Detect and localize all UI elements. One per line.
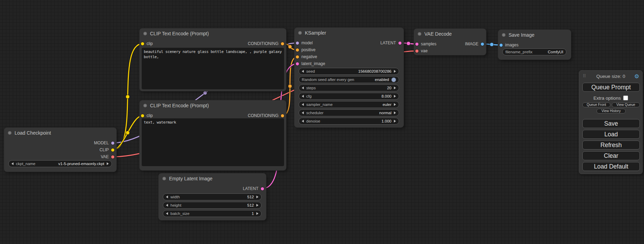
widget-cfg[interactable]: cfg8.000 <box>299 93 399 100</box>
node-title-bar[interactable]: KSampler <box>294 28 404 38</box>
collapse-dot-icon[interactable] <box>502 33 505 37</box>
node-clip-text-encode-positive[interactable]: CLIP Text Encode (Prompt) clipCONDITIONI… <box>140 28 286 91</box>
output-port-image[interactable]: IMAGE <box>465 40 486 47</box>
port-dot-icon[interactable] <box>481 43 484 46</box>
extra-options-checkbox[interactable] <box>623 96 628 100</box>
view-queue-button[interactable]: View Queue <box>612 102 640 107</box>
output-port-conditioning[interactable]: CONDITIONING <box>248 112 286 119</box>
collapse-dot-icon[interactable] <box>8 131 11 135</box>
port-dot-icon[interactable] <box>296 55 299 58</box>
widget-batch-size[interactable]: batch_size1 <box>163 210 262 217</box>
collapse-dot-icon[interactable] <box>143 32 147 35</box>
increment-arrow-icon[interactable] <box>394 111 396 114</box>
samples-link-midpoint-dot[interactable] <box>407 42 411 45</box>
negative-prompt-textarea[interactable]: text, watermark <box>142 118 284 166</box>
increment-arrow-icon[interactable] <box>394 95 396 98</box>
node-load-checkpoint[interactable]: Load Checkpoint MODELCLIPVAEckpt_namev1-… <box>4 128 116 172</box>
port-dot-icon[interactable] <box>415 43 418 46</box>
output-port-conditioning[interactable]: CONDITIONING <box>248 40 286 47</box>
queue-prompt-button[interactable]: Queue Prompt <box>582 83 640 92</box>
port-dot-icon[interactable] <box>296 62 299 65</box>
collapse-dot-icon[interactable] <box>143 104 147 107</box>
input-port-model[interactable]: model <box>294 39 313 46</box>
node-empty-latent-image[interactable]: Empty Latent Image LATENTwidth512height5… <box>159 173 266 220</box>
gear-icon[interactable]: ⚙ <box>634 73 639 80</box>
clip-to-negative-midpoint-dot[interactable] <box>126 131 130 135</box>
refresh-button[interactable]: Refresh <box>582 141 640 150</box>
model-link-midpoint-dot[interactable] <box>203 91 207 95</box>
increment-arrow-icon[interactable] <box>394 120 396 123</box>
collapse-dot-icon[interactable] <box>418 32 421 36</box>
decrement-arrow-icon[interactable] <box>302 87 304 89</box>
port-dot-icon[interactable] <box>296 48 299 52</box>
save-button[interactable]: Save <box>582 119 640 128</box>
load-button[interactable]: Load <box>582 130 640 139</box>
widget-ckpt-name[interactable]: ckpt_namev1-5-pruned-emaonly.ckpt <box>8 160 112 167</box>
drag-handle-icon[interactable]: ⠿ <box>583 74 585 78</box>
node-save-image[interactable]: Save Image imagesfilename_prefixComfyUI <box>498 30 571 60</box>
increment-arrow-icon[interactable] <box>256 196 258 198</box>
node-ksampler[interactable]: KSampler modelLATENTpositivenegativelate… <box>294 28 404 127</box>
decrement-arrow-icon[interactable] <box>11 162 14 165</box>
decrement-arrow-icon[interactable] <box>302 95 304 98</box>
port-dot-icon[interactable] <box>281 114 284 117</box>
node-clip-text-encode-negative[interactable]: CLIP Text Encode (Prompt) clipCONDITIONI… <box>140 100 286 170</box>
node-title-bar[interactable]: VAE Decode <box>414 29 486 39</box>
clear-button[interactable]: Clear <box>582 151 640 160</box>
clip-to-positive-midpoint-dot[interactable] <box>126 95 130 99</box>
input-port-positive[interactable]: positive <box>294 46 316 53</box>
port-dot-icon[interactable] <box>281 42 284 45</box>
output-port-model[interactable]: MODEL <box>94 139 116 146</box>
output-port-vae[interactable]: VAE <box>101 153 116 160</box>
port-dot-icon[interactable] <box>141 114 144 117</box>
queue-front-button[interactable]: Queue Front <box>582 102 610 107</box>
widget-sampler-name[interactable]: sampler_nameeuler <box>299 101 399 108</box>
decrement-arrow-icon[interactable] <box>302 120 304 123</box>
port-dot-icon[interactable] <box>111 155 114 159</box>
input-port-vae[interactable]: vae <box>414 47 427 54</box>
increment-arrow-icon[interactable] <box>256 212 258 215</box>
port-dot-icon[interactable] <box>111 142 114 145</box>
input-port-latent_image[interactable]: latent_image <box>294 60 325 67</box>
node-graph-canvas[interactable]: { "nodes": [ { "id": "load-checkpoint", … <box>0 0 644 244</box>
increment-arrow-icon[interactable] <box>394 70 396 73</box>
node-title-bar[interactable]: CLIP Text Encode (Prompt) <box>140 100 286 111</box>
positive-prompt-textarea[interactable]: beautiful scenery nature glass bottle la… <box>142 48 284 89</box>
node-title-bar[interactable]: CLIP Text Encode (Prompt) <box>140 28 286 39</box>
widget-width[interactable]: width512 <box>163 193 262 200</box>
increment-arrow-icon[interactable] <box>394 87 396 89</box>
input-port-samples[interactable]: samples <box>414 40 436 47</box>
decrement-arrow-icon[interactable] <box>166 204 168 207</box>
decrement-arrow-icon[interactable] <box>302 70 304 73</box>
node-vae-decode[interactable]: VAE Decode samplesIMAGEvae <box>414 29 486 55</box>
decrement-arrow-icon[interactable] <box>166 196 168 198</box>
widget-scheduler[interactable]: schedulernormal <box>299 109 399 116</box>
input-port-negative[interactable]: negative <box>294 53 317 60</box>
output-port-latent[interactable]: LATENT <box>380 39 404 46</box>
output-port-latent[interactable]: LATENT <box>243 185 266 192</box>
widget-seed[interactable]: seed156680208700286 <box>299 68 399 75</box>
load-default-button[interactable]: Load Default <box>582 162 640 171</box>
positive-cond-link-midpoint-dot[interactable] <box>288 45 292 49</box>
node-title-bar[interactable]: Load Checkpoint <box>4 128 116 138</box>
node-title-bar[interactable]: Save Image <box>498 30 571 40</box>
collapse-dot-icon[interactable] <box>298 31 302 35</box>
port-dot-icon[interactable] <box>500 44 503 47</box>
view-history-button[interactable]: View History <box>597 109 626 114</box>
port-dot-icon[interactable] <box>261 187 264 190</box>
toggle-icon[interactable] <box>391 78 396 82</box>
increment-arrow-icon[interactable] <box>107 162 109 165</box>
increment-arrow-icon[interactable] <box>394 103 396 106</box>
widget-filename-prefix[interactable]: filename_prefixComfyUI <box>502 48 566 55</box>
port-dot-icon[interactable] <box>111 148 114 152</box>
port-dot-icon[interactable] <box>415 49 418 53</box>
port-dot-icon[interactable] <box>398 42 402 45</box>
image-link-midpoint-dot[interactable] <box>490 43 494 46</box>
negative-cond-link-midpoint-dot[interactable] <box>288 84 292 88</box>
widget-denoise[interactable]: denoise1.000 <box>299 118 399 125</box>
increment-arrow-icon[interactable] <box>256 204 258 207</box>
decrement-arrow-icon[interactable] <box>302 103 304 106</box>
input-port-images[interactable]: images <box>498 42 519 48</box>
widget-height[interactable]: height512 <box>163 202 262 209</box>
widget-random-seed-after-every-gen[interactable]: Random seed after every genenabled <box>299 76 399 83</box>
